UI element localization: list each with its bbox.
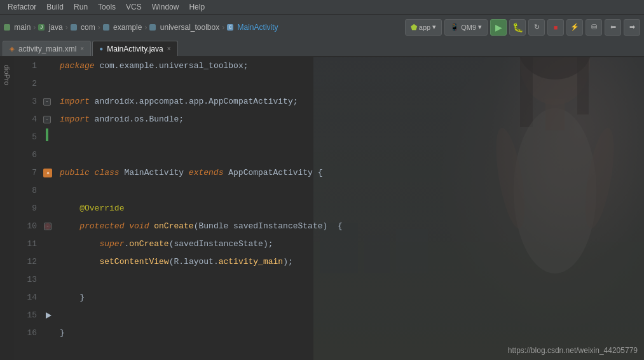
gutter: - - ⬦ - <box>41 57 55 360</box>
breadcrumb-universal-toolbox: universal_toolbox <box>149 23 219 32</box>
breadcrumb-mainactivity: C MainActivity <box>227 23 278 32</box>
dropdown-icon-2: ▾ <box>478 23 482 31</box>
fold-4[interactable]: - <box>42 111 53 128</box>
ln11: 11 <box>18 235 37 253</box>
tab-close-xml[interactable]: × <box>80 45 84 52</box>
forward-icon: ➡ <box>629 23 635 31</box>
code-line-9: @Override <box>60 200 639 218</box>
sync-button[interactable]: ↻ <box>528 19 545 36</box>
fold-icon-4[interactable]: - <box>43 116 51 123</box>
fold-icon-10[interactable]: - <box>44 223 51 230</box>
green-bar-5 <box>46 128 48 141</box>
code-line-2 <box>60 75 639 93</box>
ln1: 1 <box>18 57 37 75</box>
code-line-8 <box>60 182 639 200</box>
ln5: 5 <box>18 128 37 146</box>
dropdown-icon: ▾ <box>432 23 436 31</box>
ln7: 7 <box>18 164 37 182</box>
breadcrumb-com: com <box>71 23 95 32</box>
tab-activity-xml[interactable]: ◈ activity_main.xml × <box>3 41 91 56</box>
coverage-icon: ⛁ <box>591 23 597 31</box>
debug-icon: 🐛 <box>512 23 523 32</box>
ln16: 16 <box>18 324 37 342</box>
sync-icon: ↻ <box>534 23 540 31</box>
menu-build[interactable]: Build <box>41 0 69 14</box>
main-content: dioPro 1 2 3 4 5 6 7 8 9 10 11 12 13 14 … <box>0 57 644 360</box>
code-line-12: setContentView(R.layout.activity_main); <box>60 253 639 271</box>
ln13: 13 <box>18 271 37 289</box>
java-icon: ● <box>99 45 103 52</box>
run-arrow[interactable] <box>46 312 51 319</box>
code-line-15 <box>60 307 639 324</box>
android-icon: ⬟ <box>411 23 417 32</box>
back-button[interactable]: ⬅ <box>605 19 621 36</box>
forward-button[interactable]: ➡ <box>624 19 640 36</box>
code-line-5 <box>60 128 639 146</box>
ln3: 3 <box>18 93 37 111</box>
stop-icon: ■ <box>554 24 558 31</box>
xml-icon: ◈ <box>10 45 15 52</box>
code-line-6 <box>60 146 639 164</box>
tab-bar: ◈ activity_main.xml × ● MainActivity.jav… <box>0 39 644 57</box>
code-line-7: public class MainActivity extends AppCom… <box>60 164 639 182</box>
profile-button[interactable]: ⚡ <box>566 19 583 36</box>
run-icon: ▶ <box>495 23 502 32</box>
ln4: 4 <box>18 111 37 128</box>
ln9: 9 <box>18 200 37 218</box>
code-editor[interactable]: 1 2 3 4 5 6 7 8 9 10 11 12 13 14 15 16 -… <box>14 57 644 360</box>
stop-button[interactable]: ■ <box>547 19 564 36</box>
code-line-10: protected void onCreate(Bundle savedInst… <box>60 218 639 235</box>
code-line-4: import android.os.Bundle; <box>60 111 639 128</box>
tab-close-java[interactable]: × <box>167 45 171 52</box>
menu-tools[interactable]: Tools <box>93 0 121 14</box>
ln12: 12 <box>18 253 37 271</box>
ln8: 8 <box>18 182 37 200</box>
toolbar-right: ⬟ app ▾ 📱 QM9 ▾ ▶ 🐛 ↻ ■ ⚡ ⛁ ⬅ <box>405 19 640 36</box>
menu-bar: Refactor Build Run Tools VCS Window Help <box>0 0 644 14</box>
code-line-16: } <box>60 324 639 342</box>
class-marker: ⬦ <box>43 169 52 177</box>
code-content[interactable]: package com.example.universal_toolbox; i… <box>55 57 644 360</box>
device-selector[interactable]: 📱 QM9 ▾ <box>444 19 488 36</box>
run-indicator-15[interactable] <box>43 307 53 324</box>
left-panel: dioPro <box>0 57 14 360</box>
app-selector[interactable]: ⬟ app ▾ <box>405 19 442 36</box>
run-button[interactable]: ▶ <box>490 19 507 36</box>
ln10: 10 <box>18 218 37 235</box>
coverage-button[interactable]: ⛁ <box>586 19 602 36</box>
ln6: 6 <box>18 146 37 164</box>
class-icon-7: ⬦ <box>42 164 53 182</box>
back-icon: ⬅ <box>610 23 616 31</box>
code-line-14: } <box>60 289 639 307</box>
ln14: 14 <box>18 289 37 307</box>
code-line-11: super.onCreate(savedInstanceState); <box>60 235 639 253</box>
menu-refactor[interactable]: Refactor <box>3 0 41 14</box>
watermark: https://blog.csdn.net/weixin_44205779 <box>508 346 638 355</box>
menu-help[interactable]: Help <box>184 0 210 14</box>
breadcrumb-example: example <box>103 23 142 32</box>
debug-button[interactable]: 🐛 <box>509 19 526 36</box>
breadcrumb: main › J java › com › example › universa… <box>4 23 278 32</box>
line-numbers: 1 2 3 4 5 6 7 8 9 10 11 12 13 14 15 16 <box>14 57 41 360</box>
ln2: 2 <box>18 75 37 93</box>
profile-icon: ⚡ <box>570 23 579 31</box>
menu-window[interactable]: Window <box>147 0 184 14</box>
fold-10[interactable]: - <box>43 218 53 235</box>
breadcrumb-java: J java <box>38 23 62 32</box>
menu-run[interactable]: Run <box>69 0 93 14</box>
fold-3[interactable]: - <box>42 93 53 111</box>
tab-mainactivity-java[interactable]: ● MainActivity.java × <box>92 41 177 56</box>
code-line-13 <box>60 271 639 289</box>
ln15: 15 <box>18 307 37 324</box>
code-line-3: import androidx.appcompat.app.AppCompatA… <box>60 93 639 111</box>
toolbar: main › J java › com › example › universa… <box>0 14 644 39</box>
menu-vcs[interactable]: VCS <box>121 0 147 14</box>
phone-icon: 📱 <box>450 23 459 31</box>
code-line-1: package com.example.universal_toolbox; <box>60 57 639 75</box>
breadcrumb-main: main <box>4 23 31 32</box>
fold-icon-3[interactable]: - <box>43 98 51 106</box>
studio-label: dioPro <box>3 65 11 85</box>
